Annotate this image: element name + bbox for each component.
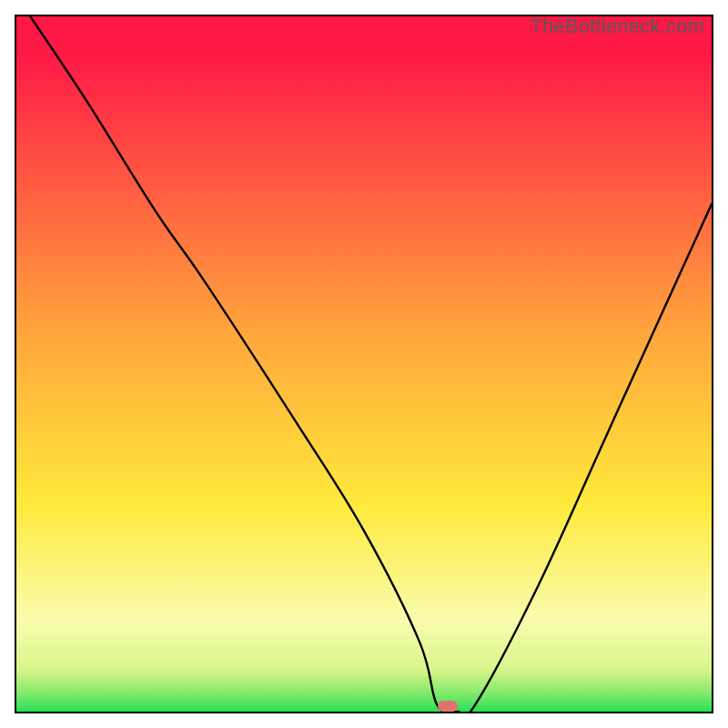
chart-canvas xyxy=(16,16,712,712)
gradient-background xyxy=(16,16,712,712)
watermark-text: TheBottleneck.com xyxy=(530,15,704,38)
chart-frame: TheBottleneck.com xyxy=(15,15,713,713)
optimal-marker-pill xyxy=(438,701,458,712)
